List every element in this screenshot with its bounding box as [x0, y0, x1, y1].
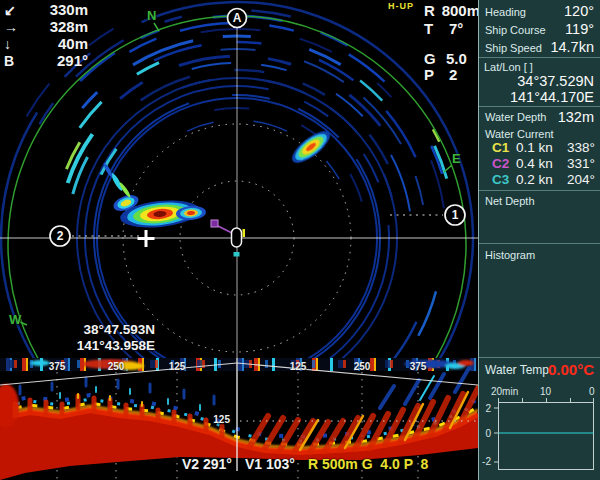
current-row-c1: C1 0.1 kn 338° [479, 140, 600, 156]
depth-readout: ↓40m [2, 35, 88, 52]
heading-marker-label: A [229, 11, 245, 25]
compass-west-label: W [9, 312, 21, 327]
water-depth-value: 132m [558, 109, 594, 125]
histogram-label: Histogram [485, 249, 535, 261]
slant-range-readout: ↙330m [2, 1, 88, 18]
heading-value: 120° [564, 3, 594, 19]
range-tick-label: 250 [349, 361, 375, 372]
temp-xtick-20min: 20min [491, 386, 518, 397]
latlon-lon-value: 141°44.170E [510, 89, 594, 105]
current-marker-square[interactable] [211, 220, 218, 227]
p-readout: P2 [424, 66, 480, 83]
c3-direction: 204° [567, 172, 595, 187]
temp-xtick-10: 10 [540, 386, 551, 397]
c3-id: C3 [492, 172, 509, 187]
ship-course-value: 119° [565, 21, 594, 37]
slant-range-arrow-icon: ↙ [2, 2, 26, 18]
slice-settings-readout: R 500m G 4.0 P 8 [308, 456, 428, 472]
v2-bearing-readout: V2 291° [182, 456, 232, 472]
marker1-label: 1 [447, 208, 463, 222]
temp-ytick-2: 2 [479, 403, 491, 414]
bearing-readout: B291° [2, 52, 88, 69]
net-depth-label: Net Depth [485, 195, 535, 207]
ship-yellow-tick [243, 229, 246, 237]
temp-xtick-0: 0 [589, 386, 595, 397]
temp-ytick-0: 0 [479, 428, 491, 439]
c2-id: C2 [492, 156, 509, 171]
depth-tick-label: 125 [206, 414, 230, 425]
latlon-lat-value: 34°37.529N [517, 73, 594, 89]
cursor-latlon-readout: 38°47.593N 141°43.958E [40, 322, 155, 354]
horizontal-range-arrow-icon: → [2, 19, 26, 35]
sonar-ppi-display[interactable]: ↙330m →328m ↓40m B291° H-UP R800m T7° G5… [0, 0, 478, 358]
compass-east-label: E [452, 151, 461, 166]
temp-ytick-neg2: -2 [479, 456, 491, 467]
water-depth-label: Water Depth [485, 111, 546, 123]
data-panel: Heading 120° Ship Course 119° Ship Speed… [478, 0, 600, 480]
ship-course-label: Ship Course [485, 24, 546, 36]
orientation-mode-label: H-UP [388, 1, 414, 11]
sonar-screen: ↙330m →328m ↓40m B291° H-UP R800m T7° G5… [0, 0, 600, 480]
water-current-label: Water Current [485, 128, 554, 140]
c1-speed: 0.1 kn [516, 140, 553, 155]
current-row-c2: C2 0.4 kn 331° [479, 156, 600, 172]
range-tick-label: 250 [103, 361, 129, 372]
ship-speed-label: Ship Speed [485, 42, 542, 54]
cursor-lon: 141°43.958E [40, 338, 155, 354]
current-row-c3: C3 0.2 kn 204° [479, 172, 600, 188]
heading-label: Heading [485, 6, 526, 18]
latlon-label: Lat/Lon [ ] [484, 61, 533, 73]
ship-speed-value: 14.7kn [550, 39, 594, 55]
c1-id: C1 [492, 140, 509, 155]
range-readout: R800m [424, 2, 480, 19]
ship-cyan-tick [234, 252, 240, 257]
horizontal-range-readout: →328m [2, 18, 88, 35]
range-tick-label: 375 [405, 361, 431, 372]
compass-north-label: N [147, 8, 156, 23]
tilt-readout: T7° [424, 20, 480, 37]
range-tick-label: 125 [164, 361, 190, 372]
c2-direction: 331° [567, 156, 595, 171]
v1-bearing-readout: V1 103° [245, 456, 295, 472]
bearing-label: B [2, 53, 26, 69]
gain-readout: G5.0 [424, 50, 480, 67]
vertical-slice-display[interactable]: 375 250 125 125 250 375 125 V2 291° V1 1… [0, 358, 478, 480]
cursor-lat: 38°47.593N [40, 322, 155, 338]
range-tick-label: 125 [285, 361, 311, 372]
marker2-label: 2 [52, 229, 68, 243]
c1-direction: 338° [567, 140, 595, 155]
depth-arrow-icon: ↓ [2, 36, 26, 52]
c3-speed: 0.2 kn [516, 172, 553, 187]
range-tick-label: 375 [44, 361, 70, 372]
c2-speed: 0.4 kn [516, 156, 553, 171]
water-temp-graph [479, 358, 600, 480]
